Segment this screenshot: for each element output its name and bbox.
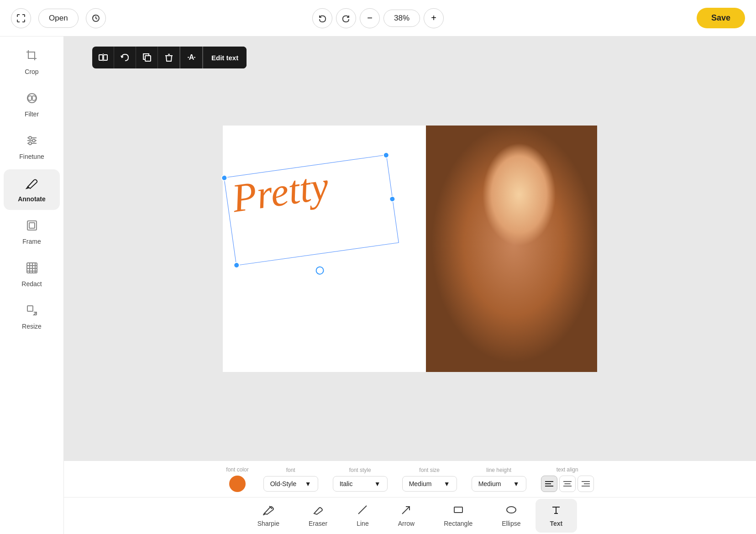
tool-eraser[interactable]: Eraser xyxy=(294,499,342,533)
font-value: Old-Style xyxy=(270,480,297,487)
font-color-group: font color xyxy=(226,466,248,492)
line-height-dropdown[interactable]: Medium ▼ xyxy=(472,476,526,492)
edit-text-button[interactable]: Edit text xyxy=(202,47,247,68)
align-group xyxy=(541,476,594,492)
zoom-out-button[interactable]: − xyxy=(360,8,380,28)
text-style-button[interactable]: ·A· xyxy=(180,47,202,68)
tool-sharpie[interactable]: Sharpie xyxy=(243,499,294,533)
redo-button[interactable] xyxy=(336,8,356,28)
svg-point-9 xyxy=(29,142,31,145)
tool-line-label: Line xyxy=(357,520,368,527)
tool-text-label: Text xyxy=(550,520,563,527)
font-size-dropdown[interactable]: Medium ▼ xyxy=(402,476,457,492)
tool-eraser-label: Eraser xyxy=(309,520,327,527)
line-height-label: line height xyxy=(486,467,511,473)
align-center-button[interactable] xyxy=(559,476,576,492)
annotate-icon xyxy=(26,177,38,193)
sharpie-icon xyxy=(263,504,274,518)
zoom-in-button[interactable]: + xyxy=(424,8,444,28)
sidebar-item-label: Resize xyxy=(22,323,42,330)
line-height-value: Medium xyxy=(478,480,501,487)
sidebar-item-resize[interactable]: Resize xyxy=(4,297,60,337)
align-right-button[interactable] xyxy=(578,476,594,492)
redact-icon xyxy=(26,262,38,277)
history-button[interactable] xyxy=(86,8,106,28)
font-label: font xyxy=(286,467,295,473)
tool-text[interactable]: Text xyxy=(536,499,578,533)
font-size-value: Medium xyxy=(409,480,432,487)
font-size-group: font size Medium ▼ xyxy=(402,467,457,492)
tool-line[interactable]: Line xyxy=(342,499,383,533)
rectangle-icon xyxy=(453,504,464,518)
undo-button[interactable] xyxy=(312,8,332,28)
tools-bar: Sharpie Eraser L xyxy=(64,497,756,534)
sidebar-item-crop[interactable]: Crop xyxy=(4,42,60,83)
text-toolbar: ·A· Edit text xyxy=(92,47,247,68)
svg-rect-11 xyxy=(29,223,35,228)
crop-icon xyxy=(26,49,38,65)
svg-rect-20 xyxy=(99,55,103,60)
bottom-toolbar: font color font Old-Style ▼ fon xyxy=(64,461,756,534)
svg-point-37 xyxy=(507,507,516,513)
font-dropdown[interactable]: Old-Style ▼ xyxy=(263,476,318,492)
main: Crop Filter xyxy=(0,37,756,534)
flip-horizontal-button[interactable] xyxy=(92,47,114,68)
font-style-dropdown[interactable]: Italic ▼ xyxy=(333,476,388,492)
line-icon xyxy=(357,504,368,518)
ellipse-icon xyxy=(506,504,517,518)
sidebar: Crop Filter xyxy=(0,37,64,534)
font-chevron-icon: ▼ xyxy=(305,480,311,487)
font-color-swatch[interactable] xyxy=(229,476,246,492)
tool-ellipse[interactable]: Ellipse xyxy=(487,499,535,533)
line-height-group: line height Medium ▼ xyxy=(472,467,526,492)
frame-icon xyxy=(26,219,38,235)
arrow-icon xyxy=(401,504,412,518)
copy-button[interactable] xyxy=(136,47,158,68)
sidebar-item-label: Frame xyxy=(22,238,41,245)
fullscreen-button[interactable] xyxy=(11,8,31,28)
sidebar-item-label: Redact xyxy=(21,280,42,288)
sidebar-item-redact[interactable]: Redact xyxy=(4,254,60,295)
sidebar-item-frame[interactable]: Frame xyxy=(4,212,60,252)
canvas-workspace[interactable]: ·A· Edit text Pretty xyxy=(64,37,756,461)
svg-rect-36 xyxy=(454,507,462,513)
text-align-label: text align xyxy=(556,466,578,473)
font-color-label: font color xyxy=(226,466,248,473)
sidebar-item-annotate[interactable]: Annotate xyxy=(4,169,60,210)
properties-bar: font color font Old-Style ▼ fon xyxy=(64,461,756,497)
sidebar-item-finetune[interactable]: Finetune xyxy=(4,127,60,168)
font-style-value: Italic xyxy=(340,480,353,487)
save-button[interactable]: Save xyxy=(697,8,745,28)
tool-ellipse-label: Ellipse xyxy=(502,520,520,527)
sidebar-item-label: Filter xyxy=(25,110,39,118)
topbar-center: − 38% + xyxy=(312,8,444,28)
topbar-left: Open xyxy=(11,8,106,28)
svg-point-8 xyxy=(32,139,35,142)
filter-icon xyxy=(26,92,38,108)
font-style-chevron-icon: ▼ xyxy=(374,480,381,487)
tool-sharpie-label: Sharpie xyxy=(257,520,279,527)
sidebar-item-label: Finetune xyxy=(19,153,44,160)
rotate-left-button[interactable] xyxy=(114,47,136,68)
align-left-button[interactable] xyxy=(541,476,557,492)
zoom-display: 38% xyxy=(383,10,420,27)
tool-arrow-label: Arrow xyxy=(398,520,415,527)
delete-button[interactable] xyxy=(158,47,180,68)
svg-line-34 xyxy=(358,506,367,514)
tool-arrow[interactable]: Arrow xyxy=(383,499,430,533)
font-size-chevron-icon: ▼ xyxy=(444,480,450,487)
canvas-area: ·A· Edit text Pretty xyxy=(64,37,756,534)
svg-line-35 xyxy=(402,507,410,514)
tool-rectangle[interactable]: Rectangle xyxy=(429,499,487,533)
resize-icon xyxy=(26,304,38,320)
portrait-area xyxy=(424,126,597,372)
tool-rectangle-label: Rectangle xyxy=(444,520,472,527)
open-button[interactable]: Open xyxy=(38,9,79,28)
sidebar-item-label: Crop xyxy=(25,68,38,75)
text-align-group: text align xyxy=(541,466,594,492)
font-size-label: font size xyxy=(419,467,440,473)
sidebar-item-filter[interactable]: Filter xyxy=(4,84,60,125)
svg-rect-23 xyxy=(145,56,151,61)
font-style-label: font style xyxy=(349,467,371,473)
font-group: font Old-Style ▼ xyxy=(263,467,318,492)
